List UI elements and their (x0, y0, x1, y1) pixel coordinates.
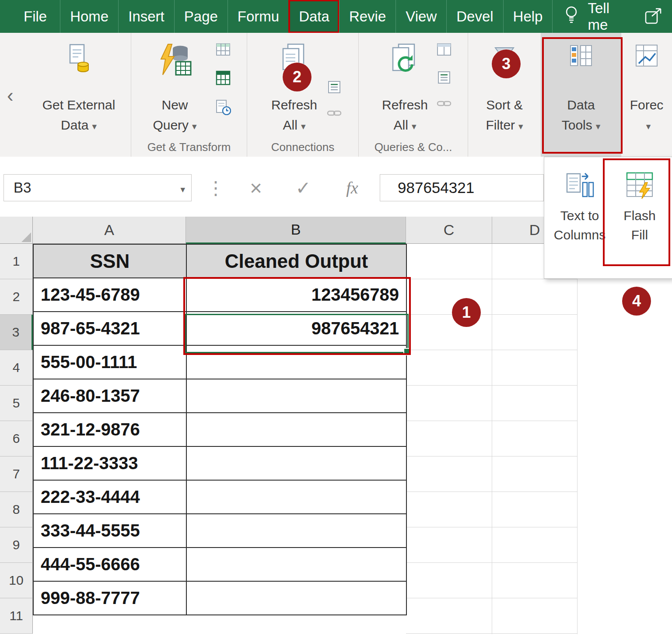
gridline (577, 244, 578, 634)
ribbon-group-forecast: Forec (621, 33, 672, 157)
row-header-6[interactable]: 6 (0, 421, 33, 456)
cell-b11[interactable] (186, 581, 406, 615)
lightbulb-icon (564, 5, 579, 28)
cell-a7[interactable]: 111-22-3333 (33, 446, 186, 480)
sheet-clock-icon[interactable] (215, 99, 231, 117)
table-row: SSN Cleaned Output (33, 244, 406, 278)
name-box-value: B3 (14, 179, 31, 196)
new-query-button[interactable]: New Query (141, 41, 209, 137)
button-label: Forec (630, 98, 664, 112)
ribbon-group-queries: Refresh All Queries & Co... (359, 33, 468, 157)
ribbon-group-connections: Refresh All Connections (247, 33, 359, 157)
cell-a3[interactable]: 987-65-4321 (33, 312, 186, 345)
cell-b9[interactable] (186, 514, 406, 548)
tab-file[interactable]: File (10, 0, 60, 33)
tab-page-layout[interactable]: Page (174, 0, 228, 33)
properties-list-icon[interactable] (437, 70, 451, 86)
group-label-queries: Queries & Co... (359, 140, 468, 154)
step-badge-2: 2 (283, 63, 312, 91)
table-row: 321-12-9876 (33, 413, 406, 446)
table-row: 333-44-5555 (33, 514, 406, 548)
refresh-sheets-icon (391, 41, 420, 95)
cell-a2[interactable]: 123-45-6789 (33, 278, 186, 312)
table-row: 111-22-3333 (33, 446, 406, 480)
column-header-a[interactable]: A (33, 217, 186, 244)
row-header-8[interactable]: 8 (0, 492, 33, 527)
step-badge-3: 3 (492, 49, 521, 78)
chevron-down-icon (408, 118, 416, 132)
cell-a9[interactable]: 333-44-5555 (33, 514, 186, 548)
highlight-box-flash-fill (603, 158, 670, 266)
highlight-box-cells-b2-b3 (183, 277, 411, 355)
cell-a11[interactable]: 999-88-7777 (33, 581, 186, 615)
row-header-10[interactable]: 10 (0, 563, 33, 598)
select-all-corner[interactable] (0, 217, 33, 244)
row-header-3[interactable]: 3 (0, 315, 33, 350)
connections-small-buttons (327, 80, 342, 119)
cell-a4[interactable]: 555-00-1111 (33, 345, 186, 379)
cell-b1[interactable]: Cleaned Output (186, 244, 406, 278)
window-pane-icon[interactable] (437, 42, 452, 58)
tell-me[interactable]: Tell me (552, 0, 636, 33)
cell-a6[interactable]: 321-12-9876 (33, 413, 186, 446)
row-header-1[interactable]: 1 (0, 244, 33, 279)
chevron-down-icon (515, 118, 523, 132)
button-label: Refresh (271, 98, 317, 112)
row-header-11[interactable]: 11 (0, 598, 33, 634)
step-badge-4: 4 (622, 287, 651, 316)
table-icon[interactable] (216, 42, 231, 58)
cell-a5[interactable]: 246-80-1357 (33, 379, 186, 413)
cell-b10[interactable] (186, 548, 406, 581)
link-icon[interactable] (327, 108, 342, 119)
cell-b7[interactable] (186, 446, 406, 480)
highlight-box-data-tools (542, 37, 623, 154)
cell-b6[interactable] (186, 413, 406, 446)
cell-b5[interactable] (186, 379, 406, 413)
row-header-2[interactable]: 2 (0, 279, 33, 315)
cancel-icon[interactable] (241, 174, 271, 201)
cell-a10[interactable]: 444-55-6666 (33, 548, 186, 581)
tab-data[interactable]: Data (289, 0, 339, 33)
row-header-5[interactable]: 5 (0, 386, 33, 421)
tab-view[interactable]: View (396, 0, 446, 33)
menu-item-label: Columns (554, 228, 606, 242)
chevron-down-icon (189, 118, 197, 132)
link-icon[interactable] (437, 98, 452, 110)
tab-help[interactable]: Help (503, 0, 553, 33)
tab-review[interactable]: Revie (339, 0, 396, 33)
chevron-down-icon (643, 118, 651, 132)
share-icon (644, 7, 664, 27)
forecast-button[interactable]: Forec (625, 41, 668, 137)
insert-function-icon[interactable]: fx (337, 174, 368, 201)
tab-home[interactable]: Home (60, 0, 118, 33)
grid-columns-icon[interactable] (216, 70, 231, 87)
ribbon-back-icon[interactable] (7, 84, 14, 106)
cell-a8[interactable]: 222-33-4444 (33, 480, 186, 514)
tell-me-label: Tell me (588, 0, 625, 33)
share-button[interactable] (636, 0, 672, 33)
chevron-down-icon (88, 118, 97, 132)
formula-bar-resize-handle[interactable] (206, 174, 225, 201)
tab-developer[interactable]: Devel (446, 0, 503, 33)
menu-item-label: Text to (560, 208, 599, 223)
column-header-b[interactable]: B (186, 217, 406, 244)
row-header-9[interactable]: 9 (0, 527, 33, 563)
get-external-data-button[interactable]: Get External Data (35, 41, 122, 137)
cell-a1[interactable]: SSN (33, 244, 186, 278)
name-box[interactable]: B3 (4, 174, 192, 201)
text-to-columns-button[interactable]: Text to Columns (549, 157, 611, 278)
row-header-7[interactable]: 7 (0, 456, 33, 492)
tab-formulas[interactable]: Formu (228, 0, 289, 33)
chevron-down-icon (298, 118, 306, 132)
column-header-c[interactable]: C (406, 217, 492, 244)
row-header-4[interactable]: 4 (0, 350, 33, 386)
enter-icon[interactable] (288, 174, 318, 201)
forecast-sheet-icon (634, 41, 659, 95)
chevron-down-icon (177, 179, 185, 196)
cell-b8[interactable] (186, 480, 406, 514)
tab-insert[interactable]: Insert (118, 0, 174, 33)
properties-list-icon[interactable] (327, 80, 341, 96)
formula-input[interactable]: 987654321 (380, 174, 544, 201)
refresh-all-queries-button[interactable]: Refresh All (371, 41, 439, 137)
table-row: 444-55-6666 (33, 548, 406, 581)
